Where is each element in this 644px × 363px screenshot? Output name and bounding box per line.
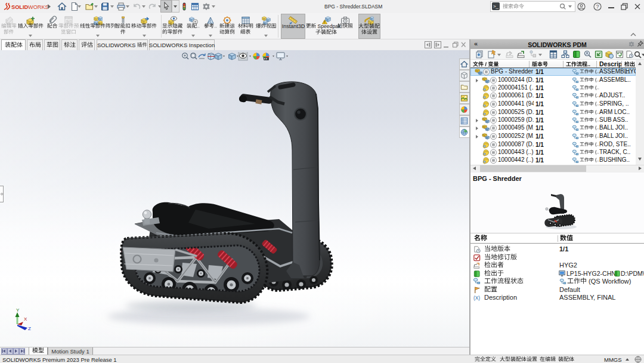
svg-text:X: X xyxy=(24,316,27,322)
svg-text:Z: Z xyxy=(28,326,31,331)
svg-text:SOLID: SOLID xyxy=(11,4,28,10)
svg-text:(X): (X) xyxy=(473,295,480,301)
svg-text:?: ? xyxy=(596,4,599,10)
svg-text:Y: Y xyxy=(16,307,20,313)
svg-text:WORKS: WORKS xyxy=(28,4,48,10)
